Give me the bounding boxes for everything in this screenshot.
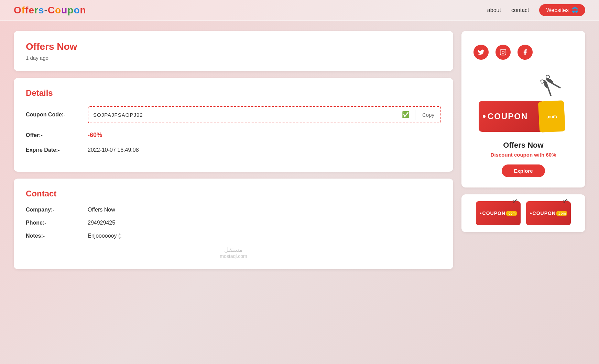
coupon-visual: COUPON .com [479,73,568,135]
details-card: Details Coupon Code:- SOJPAJFSAOPJ92 ✅ C… [14,78,453,172]
social-icons-row [473,41,533,63]
logo-r: r [34,5,39,15]
expire-value: 2022-10-07 16:49:08 [88,147,139,153]
mini-bullet-1 [480,213,481,214]
mini-dot-com-1: .com [506,211,517,216]
websites-label: Websites [546,7,569,13]
coupon-dot-com: .com [546,114,557,120]
main-nav: about contact Websites 🌐 [487,4,585,16]
coupon-code-row: Coupon Code:- SOJPAJFSAOPJ92 ✅ Copy [26,106,441,123]
phone-label: Phone:- [26,220,88,226]
logo-s: s [39,5,44,15]
mini-scissors-2: ✂ [562,196,569,205]
logo-on: o [74,5,80,15]
expire-label: Expire Date:- [26,147,88,153]
logo-ou: o [55,5,61,15]
phone-row: Phone:- 294929425 [26,220,441,226]
main-container: Offers Now 1 day ago Details Coupon Code… [0,21,599,280]
watermark-url: mostaql.com [26,253,441,259]
coupon-code-value: SOJPAJFSAOPJ92 [93,112,399,118]
svg-rect-0 [500,49,506,55]
logo-c: C [48,5,55,15]
social-coupon-card: COUPON .com Offers Now Discount coupon w… [461,31,585,187]
coupon-check-icon: ✅ [402,111,410,118]
about-link[interactable]: about [487,7,501,13]
logo-f: f [22,5,25,15]
notes-value: Enjooooooy (: [88,233,122,239]
promo-subtitle: Discount coupon with 60% [491,152,556,158]
mini-scissors-1: ✂ [511,196,519,205]
watermark: مستقل mostaql.com [26,246,441,259]
logo-o: O [14,5,22,15]
bottom-coupons-card: ✂ COUPON .com ✂ COUPON .com [461,194,585,232]
svg-point-5 [545,75,550,79]
logo-po: p [67,5,74,15]
logo-nn: n [80,5,86,15]
phone-value: 294929425 [88,220,115,226]
logo-fe: fe [25,5,34,15]
company-label: Company:- [26,207,88,213]
copy-divider [415,110,415,120]
mini-coupon-1: ✂ COUPON .com [476,201,521,225]
mini-bullet-2 [530,213,532,214]
websites-icon: 🌐 [571,7,578,13]
mini-dot-com-2: .com [556,211,567,216]
mini-coupon-2: ✂ COUPON .com [526,201,571,225]
facebook-button[interactable] [518,45,533,60]
header: Offers-Coupon about contact Websites 🌐 [0,0,599,21]
contact-link[interactable]: contact [511,7,529,13]
mini-coupon-text-2: COUPON [533,211,556,216]
contact-card: Contact Company:- Offers Now Phone:- 294… [14,179,453,269]
coupon-bullet [483,115,486,118]
company-value: Offers Now [88,207,115,213]
offer-value: -60% [88,132,102,139]
notes-row: Notes:- Enjooooooy (: [26,233,441,239]
logo: Offers-Coupon [14,5,86,16]
offer-row: Offer:- -60% [26,132,441,139]
left-column: Offers Now 1 day ago Details Coupon Code… [14,31,453,269]
contact-title: Contact [26,189,441,198]
details-title: Details [26,88,441,98]
watermark-arabic: مستقل [26,246,441,253]
logo-dash: - [44,5,48,15]
explore-button[interactable]: Explore [502,164,545,177]
twitter-button[interactable] [473,45,489,60]
coupon-code-label: Coupon Code:- [26,112,88,118]
websites-button[interactable]: Websites 🌐 [539,4,585,16]
right-column: COUPON .com Offers Now Discount coupon w… [461,31,585,269]
scissors-icon [539,71,565,99]
notes-label: Notes:- [26,233,88,239]
mini-coupon-text-1: COUPON [482,211,505,216]
copy-button[interactable]: Copy [421,112,436,118]
offers-now-title: Offers Now [26,41,441,52]
coupon-tag: .com [538,100,566,133]
offer-label: Offer:- [26,132,88,138]
expire-row: Expire Date:- 2022-10-07 16:49:08 [26,147,441,153]
promo-title: Offers Now [503,141,543,150]
instagram-button[interactable] [495,45,511,60]
coupon-logo-text: COUPON [488,112,528,121]
coupon-code-wrapper: SOJPAJFSAOPJ92 ✅ Copy [88,106,441,123]
offers-time-ago: 1 day ago [26,55,441,61]
logo-up: u [61,5,67,15]
coupon-body: COUPON [479,101,544,132]
company-row: Company:- Offers Now [26,207,441,213]
offers-now-card: Offers Now 1 day ago [14,31,453,71]
